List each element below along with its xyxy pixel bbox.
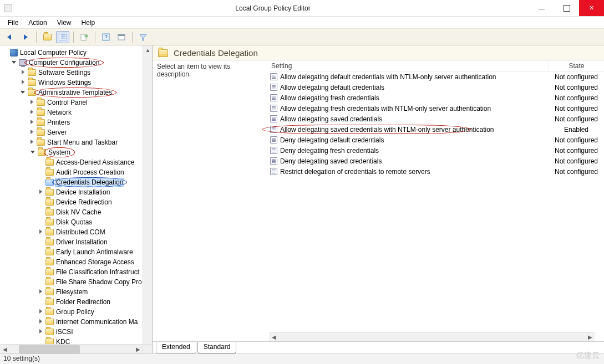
forward-button[interactable]	[19, 31, 32, 43]
tree-item[interactable]: Distributed COM	[38, 227, 152, 237]
tree-item[interactable]: Device Redirection	[38, 197, 152, 207]
expander-icon[interactable]	[20, 79, 27, 86]
minimize-button[interactable]: —	[529, 0, 554, 16]
tree-item[interactable]: Credentials Delegation	[38, 177, 152, 187]
tree-item[interactable]: Control Panel	[29, 98, 152, 107]
back-button[interactable]	[3, 31, 17, 43]
properties-button[interactable]	[115, 31, 128, 43]
export-icon	[80, 33, 88, 41]
menu-view[interactable]: View	[57, 19, 72, 27]
policy-setting-icon	[270, 105, 277, 112]
tree-system[interactable]: System	[20, 147, 152, 157]
list-header[interactable]: Setting State	[269, 60, 604, 71]
tree-item[interactable]: Folder Redirection	[38, 297, 152, 307]
settings-list[interactable]: Setting State Allow delegating default c…	[269, 60, 604, 341]
tree-item[interactable]: File Share Shadow Copy Pro	[38, 277, 152, 287]
list-item[interactable]: Deny delegating saved credentialsNot con…	[269, 156, 604, 166]
tree-item[interactable]: Disk Quotas	[38, 217, 152, 227]
tree-item[interactable]: Filesystem	[38, 287, 152, 297]
setting-name: Allow delegating fresh credentials	[280, 94, 379, 102]
tab-standard[interactable]: Standard	[197, 342, 237, 353]
expander-icon[interactable]	[30, 149, 37, 156]
expander-icon[interactable]	[29, 109, 35, 116]
tree-item[interactable]: Disk NV Cache	[38, 207, 152, 217]
up-one-level-button[interactable]	[40, 31, 54, 43]
tree-item[interactable]: Server	[29, 127, 152, 137]
list-item[interactable]: Restrict delegation of credentials to re…	[269, 166, 604, 177]
tree-item[interactable]: Start Menu and Taskbar	[29, 137, 152, 147]
tree-item[interactable]: Network	[29, 107, 152, 117]
expander-icon[interactable]	[11, 59, 18, 66]
properties-icon	[118, 34, 125, 40]
tree-software-settings[interactable]: Software Settings	[20, 68, 152, 78]
expander-icon[interactable]	[38, 229, 44, 235]
expander-icon[interactable]	[38, 329, 44, 335]
list-item[interactable]: Allow delegating default credentialsNot …	[269, 82, 604, 93]
expander-icon[interactable]	[20, 89, 27, 96]
list-item[interactable]: Allow delegating fresh credentialsNot co…	[269, 93, 604, 103]
menu-file[interactable]: File	[8, 19, 18, 27]
expander-icon[interactable]	[38, 319, 44, 325]
column-setting[interactable]: Setting	[269, 60, 549, 71]
expander-icon[interactable]	[29, 99, 35, 106]
folder-icon	[45, 259, 54, 265]
tree-label: Disk NV Cache	[55, 208, 102, 216]
expander-icon[interactable]	[38, 289, 44, 295]
tree-item[interactable]: Early Launch Antimalware	[38, 247, 152, 257]
expander-icon[interactable]	[29, 139, 35, 146]
list-item[interactable]: Allow delegating default credentials wit…	[269, 71, 604, 82]
expander-icon[interactable]	[38, 309, 44, 315]
menu-help[interactable]: Help	[82, 19, 95, 27]
tree-vertical-scrollbar[interactable]: ▲	[143, 45, 152, 344]
list-horizontal-scrollbar[interactable]: ◀ ▶	[269, 332, 595, 341]
help-icon: ?	[102, 33, 110, 41]
maximize-button[interactable]	[554, 0, 579, 16]
setting-name: Allow delegating default credentials wit…	[280, 73, 496, 81]
tree-item[interactable]: Group Policy	[38, 307, 152, 317]
column-state[interactable]: State	[549, 60, 604, 71]
tree-item[interactable]: Enhanced Storage Access	[38, 257, 152, 267]
tree-item[interactable]: Access-Denied Assistance	[38, 157, 152, 167]
list-item[interactable]: Deny delegating fresh credentialsNot con…	[269, 145, 604, 156]
expander-icon[interactable]	[29, 129, 35, 136]
help-button[interactable]: ?	[99, 31, 113, 43]
setting-state: Not configured	[549, 73, 604, 81]
tree-label: Windows Settings	[37, 79, 92, 86]
menu-action[interactable]: Action	[28, 19, 47, 27]
policy-setting-icon	[270, 94, 277, 101]
tree-pane[interactable]: Local Computer Policy Computer Configura…	[0, 45, 153, 353]
show-tree-button[interactable]	[56, 31, 69, 43]
close-button[interactable]: ✕	[579, 0, 604, 16]
policy-setting-icon	[270, 115, 277, 122]
list-item[interactable]: Deny delegating default credentialsNot c…	[269, 135, 604, 145]
expander-icon[interactable]	[38, 189, 44, 196]
tree-root[interactable]: Local Computer Policy	[2, 48, 152, 58]
tree-label: Network	[46, 109, 73, 116]
menubar: File Action View Help	[0, 17, 604, 29]
tree-item[interactable]: File Classification Infrastruct	[38, 267, 152, 277]
tree-windows-settings[interactable]: Windows Settings	[20, 78, 152, 88]
folder-icon	[28, 69, 36, 76]
tree-item[interactable]: Driver Installation	[38, 237, 152, 247]
list-item[interactable]: Allow delegating saved credentials with …	[269, 124, 604, 135]
tree-computer-configuration[interactable]: Computer Configuration	[11, 58, 152, 68]
list-item[interactable]: Allow delegating saved credentialsNot co…	[269, 114, 604, 124]
filter-button[interactable]	[136, 31, 150, 43]
expander-icon[interactable]	[29, 119, 35, 126]
tree-item[interactable]: iSCSI	[38, 327, 152, 337]
folder-icon	[37, 139, 45, 146]
list-item[interactable]: Allow delegating fresh credentials with …	[269, 103, 604, 114]
tree-item[interactable]: Audit Process Creation	[38, 167, 152, 177]
tree-item[interactable]: Printers	[29, 117, 152, 127]
expander-icon[interactable]	[20, 69, 27, 76]
description-column: Select an item to view its description.	[153, 60, 269, 341]
tree-horizontal-scrollbar[interactable]: ◀ ▶	[0, 344, 143, 353]
tree-item[interactable]: Device Installation	[38, 187, 152, 197]
tree-icon	[59, 34, 67, 40]
tree-item[interactable]: Internet Communication Ma	[38, 317, 152, 327]
policy-setting-icon	[270, 126, 277, 133]
tree-administrative-templates[interactable]: Administrative Templates	[20, 88, 152, 98]
export-list-button[interactable]	[78, 31, 91, 43]
tab-extended[interactable]: Extended	[156, 342, 196, 353]
setting-name: Deny delegating fresh credentials	[280, 147, 379, 155]
